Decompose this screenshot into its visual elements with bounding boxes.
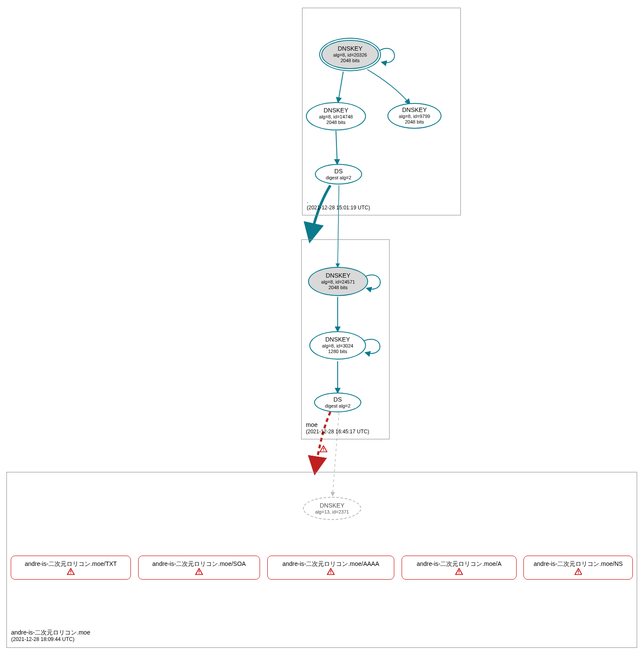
svg-rect-7 — [330, 573, 331, 574]
node-child-dnskey-missing: DNSKEY alg=13, id=2371 — [303, 497, 361, 520]
node-root-ksk-sub2: 2048 bits — [341, 58, 360, 63]
zone-moe-label: moe (2021-12-28 16:45:17 UTC) — [306, 421, 369, 435]
svg-rect-1 — [323, 450, 324, 451]
node-root-ksk: DNSKEY alg=8, id=20326 2048 bits — [319, 38, 381, 71]
zone-root-label: . (2021-12-28 15:01:19 UTC) — [307, 197, 370, 212]
record-ns-label: andre-is-二次元ロリコン.moe/NS — [534, 560, 623, 568]
svg-rect-11 — [578, 573, 579, 574]
record-a-label: andre-is-二次元ロリコン.moe/A — [417, 560, 502, 568]
node-moe-ds-title: DS — [333, 396, 342, 403]
warning-icon — [574, 568, 582, 575]
zone-root-timestamp: (2021-12-28 15:01:19 UTC) — [307, 205, 370, 212]
zone-moe-timestamp: (2021-12-28 16:45:17 UTC) — [306, 429, 369, 435]
node-moe-ksk-sub2: 2048 bits — [329, 285, 348, 290]
node-child-dnskey-sub1: alg=13, id=2371 — [315, 509, 349, 515]
record-soa: andre-is-二次元ロリコン.moe/SOA — [138, 556, 260, 580]
svg-rect-8 — [459, 570, 460, 572]
record-aaaa: andre-is-二次元ロリコン.moe/AAAA — [267, 556, 394, 580]
svg-rect-10 — [578, 570, 579, 572]
node-moe-ksk: DNSKEY alg=8, id=24571 2048 bits — [308, 267, 368, 296]
node-child-dnskey-title: DNSKEY — [320, 502, 345, 509]
node-root-zsk: DNSKEY alg=8, id=14748 2048 bits — [306, 102, 366, 130]
record-ns: andre-is-二次元ロリコン.moe/NS — [523, 556, 633, 580]
warning-icon — [320, 445, 327, 453]
node-root-zsk-title: DNSKEY — [324, 107, 348, 114]
node-moe-zsk-title: DNSKEY — [325, 336, 350, 343]
node-moe-zsk-sub2: 1280 bits — [328, 349, 348, 354]
node-root-other-title: DNSKEY — [402, 106, 427, 114]
zone-child-timestamp: (2021-12-28 18:09:44 UTC) — [11, 636, 90, 643]
warning-icon — [195, 568, 203, 575]
node-root-ds-title: DS — [334, 168, 342, 175]
record-soa-label: andre-is-二次元ロリコン.moe/SOA — [152, 560, 246, 568]
svg-rect-6 — [330, 570, 331, 572]
svg-rect-4 — [199, 570, 200, 572]
node-moe-ds-sub1: digest alg=2 — [325, 403, 351, 409]
node-root-ds-sub1: digest alg=2 — [326, 175, 351, 181]
svg-rect-2 — [70, 570, 71, 572]
record-a: andre-is-二次元ロリコン.moe/A — [402, 556, 517, 580]
node-moe-zsk: DNSKEY alg=8, id=3024 1280 bits — [309, 331, 366, 360]
node-moe-ksk-title: DNSKEY — [326, 272, 351, 279]
node-root-ksk-title: DNSKEY — [338, 45, 363, 52]
zone-root-name: . — [307, 197, 370, 205]
svg-rect-5 — [199, 573, 200, 574]
node-moe-zsk-sub1: alg=8, id=3024 — [322, 343, 354, 349]
svg-rect-3 — [70, 573, 71, 574]
warning-icon — [455, 568, 463, 575]
svg-rect-0 — [323, 447, 324, 449]
node-root-other: DNSKEY alg=8, id=9799 2048 bits — [387, 103, 441, 129]
node-root-other-sub1: alg=8, id=9799 — [399, 114, 430, 119]
zone-moe-name: moe — [306, 421, 369, 429]
node-root-other-sub2: 2048 bits — [405, 119, 424, 125]
node-root-zsk-sub1: alg=8, id=14748 — [319, 114, 353, 120]
zone-child-name: andre-is-二次元ロリコン.moe — [11, 629, 90, 636]
node-moe-ds: DS digest alg=2 — [314, 393, 361, 412]
record-aaaa-label: andre-is-二次元ロリコン.moe/AAAA — [282, 560, 379, 568]
warning-icon — [67, 568, 75, 575]
record-txt-label: andre-is-二次元ロリコン.moe/TXT — [25, 560, 117, 568]
node-moe-ksk-sub1: alg=8, id=24571 — [321, 279, 355, 285]
zone-child-label: andre-is-二次元ロリコン.moe (2021-12-28 18:09:4… — [11, 629, 90, 643]
warning-icon — [327, 568, 335, 575]
node-root-zsk-sub2: 2048 bits — [327, 120, 346, 125]
node-root-ksk-sub1: alg=8, id=20326 — [333, 52, 367, 58]
node-root-ds: DS digest alg=2 — [315, 164, 362, 184]
svg-rect-9 — [459, 573, 460, 574]
record-txt: andre-is-二次元ロリコン.moe/TXT — [11, 556, 131, 580]
